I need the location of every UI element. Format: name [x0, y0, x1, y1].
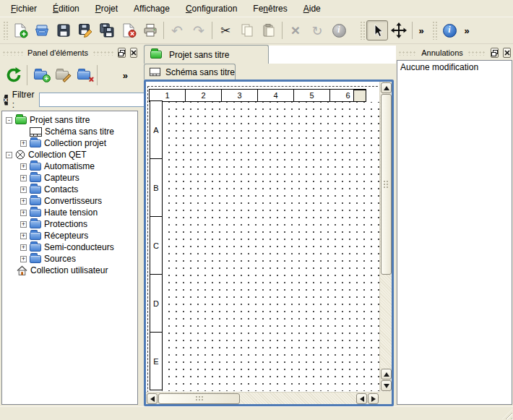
menu-fichier[interactable]: Fichier: [3, 1, 45, 16]
tree-item-projet-sans-titre[interactable]: - Projet sans titre: [2, 114, 137, 126]
copy-button[interactable]: [236, 20, 258, 40]
expand-icon[interactable]: +: [20, 210, 27, 216]
scroll-right-button[interactable]: [368, 393, 379, 404]
clear-filter-button[interactable]: [4, 95, 8, 106]
menu-affichage[interactable]: Affichage: [126, 1, 178, 16]
vertical-scrollbar[interactable]: [379, 82, 392, 392]
close-panel-button[interactable]: [130, 48, 137, 58]
close-panel-button[interactable]: [503, 48, 511, 58]
scroll-down-button[interactable]: [381, 380, 392, 391]
tree-item-collection-utilisateur[interactable]: Collection utilisateur: [2, 265, 137, 276]
tree-item-collection-qet[interactable]: - Collection QET: [2, 149, 137, 160]
elements-panel-header: Panel d'éléments: [0, 46, 139, 60]
rotate-button[interactable]: ↻: [306, 20, 328, 40]
scroll-up-button[interactable]: [381, 369, 392, 380]
tree-item-label: Capteurs: [44, 173, 79, 183]
undo-button[interactable]: ↶: [166, 20, 188, 40]
vertical-scrollbar-thumb[interactable]: [381, 94, 392, 275]
tree-item-automatisme[interactable]: + Automatisme: [2, 160, 137, 172]
panel-overflow-button[interactable]: »: [120, 64, 131, 87]
plus-badge-icon: [43, 74, 51, 82]
delete-category-icon: [77, 71, 90, 80]
element-info-button[interactable]: [328, 20, 350, 40]
paste-button[interactable]: [258, 20, 280, 40]
schema-canvas[interactable]: 1 2 3 4 5 6 A B C D E: [146, 82, 379, 392]
toolbar-drag-handle[interactable]: [3, 21, 8, 40]
horizontal-scrollbar-thumb[interactable]: [158, 393, 240, 404]
undo-history-list[interactable]: Aucune modification: [397, 60, 512, 405]
new-document-icon: [12, 22, 28, 38]
tree-item-recepteurs[interactable]: + Récepteurs: [2, 230, 137, 241]
edit-category-button[interactable]: [51, 64, 73, 87]
tree-item-semi-conducteurs[interactable]: + Semi-conducteurs: [2, 241, 137, 253]
scroll-left-button[interactable]: [356, 393, 367, 404]
new-category-icon: [34, 71, 47, 80]
resize-grip[interactable]: [502, 409, 512, 419]
collapse-icon[interactable]: -: [6, 117, 12, 124]
tree-item-contacts[interactable]: + Contacts: [2, 184, 137, 195]
filter-row: Filtrer :: [0, 90, 139, 109]
menu-edition[interactable]: Édition: [45, 1, 87, 16]
tree-item-convertisseurs[interactable]: + Convertisseurs: [2, 195, 137, 207]
chevron-right-icon: »: [461, 25, 472, 36]
elements-tree[interactable]: - Projet sans titre Schéma sans titre + …: [1, 111, 138, 405]
tree-item-protections[interactable]: + Protections: [2, 218, 137, 230]
scroll-left-button[interactable]: [147, 393, 158, 404]
redo-button[interactable]: ↷: [188, 20, 210, 40]
schema-tab-label: Schéma sans titre: [165, 67, 235, 77]
delete-button[interactable]: ×: [285, 20, 306, 40]
menu-bar: Fichier Édition Projet Affichage Configu…: [0, 0, 513, 17]
print-button[interactable]: [139, 20, 161, 40]
expand-icon[interactable]: +: [20, 233, 27, 239]
undo-list-item[interactable]: Aucune modification: [397, 61, 512, 74]
expand-icon[interactable]: +: [20, 256, 27, 262]
paste-icon: [262, 23, 276, 38]
move-view-button[interactable]: [388, 20, 410, 40]
collapse-icon[interactable]: -: [6, 152, 12, 158]
expand-icon[interactable]: +: [20, 198, 27, 205]
expand-icon[interactable]: +: [20, 187, 27, 193]
delete-category-button[interactable]: [73, 64, 95, 87]
expand-icon[interactable]: +: [20, 175, 27, 181]
menu-aide[interactable]: Aide: [296, 1, 329, 16]
about-info-button[interactable]: [439, 20, 460, 40]
save-button[interactable]: [53, 20, 74, 40]
toolbar-drag-handle[interactable]: [360, 21, 365, 40]
scroll-down-icon: [384, 384, 389, 388]
tree-item-sources[interactable]: + Sources: [2, 253, 137, 265]
tab-schema-sans-titre[interactable]: Schéma sans titre: [144, 64, 236, 80]
reload-collections-button[interactable]: [3, 64, 25, 87]
open-file-button[interactable]: [31, 20, 53, 40]
expand-icon[interactable]: +: [20, 221, 27, 228]
select-pointer-button[interactable]: [366, 20, 388, 40]
menu-configuration[interactable]: Configuration: [178, 1, 245, 16]
save-as-button[interactable]: [74, 20, 96, 40]
folder-icon: [30, 197, 41, 205]
expand-icon[interactable]: +: [20, 244, 27, 251]
close-file-button[interactable]: [118, 20, 139, 40]
tree-item-haute-tension[interactable]: + Haute tension: [2, 207, 137, 218]
horizontal-scrollbar[interactable]: [146, 392, 379, 404]
expand-icon[interactable]: +: [20, 163, 27, 170]
save-all-button[interactable]: [96, 20, 118, 40]
float-panel-button[interactable]: [491, 48, 499, 58]
tab-projet-sans-titre[interactable]: Projet sans titre: [144, 45, 269, 64]
tree-item-schema-sans-titre[interactable]: Schéma sans titre: [2, 126, 137, 137]
menu-fenetres[interactable]: Fenêtres: [245, 1, 295, 16]
new-document-button[interactable]: [9, 20, 31, 40]
scroll-right-icon: [371, 396, 376, 402]
cut-button[interactable]: ✂: [215, 20, 236, 40]
menu-projet[interactable]: Projet: [87, 1, 126, 16]
toolbar-overflow-button[interactable]: »: [415, 20, 428, 40]
toolbar-overflow-button[interactable]: »: [460, 20, 473, 40]
expand-icon[interactable]: +: [20, 140, 27, 147]
tree-item-collection-projet[interactable]: + Collection projet: [2, 137, 137, 149]
toolbar-drag-handle[interactable]: [432, 21, 437, 40]
qet-logo-icon: [15, 150, 25, 160]
diagram-column-label: 2: [185, 89, 222, 102]
scroll-up-button[interactable]: [381, 82, 392, 93]
new-category-button[interactable]: [30, 64, 51, 87]
tree-item-capteurs[interactable]: + Capteurs: [2, 172, 137, 184]
float-panel-button[interactable]: [118, 48, 126, 58]
folder-icon: [30, 244, 41, 252]
